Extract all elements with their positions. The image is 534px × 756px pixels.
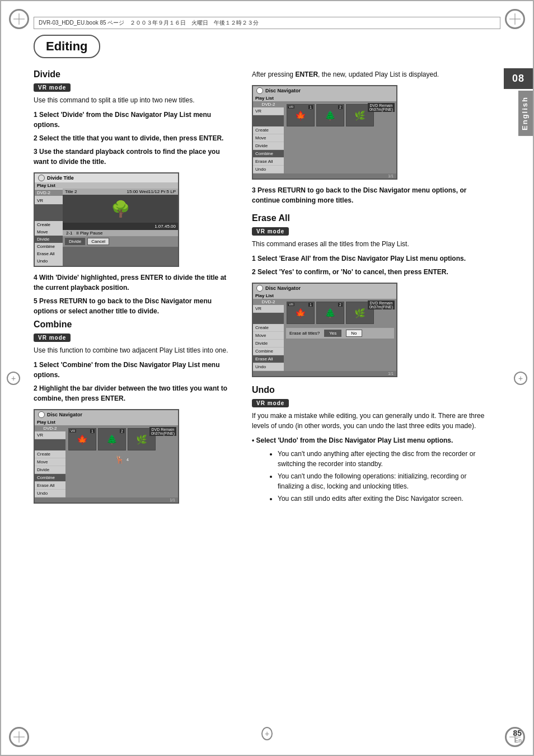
divide-playback-mode: 2-1 II Play Pause	[63, 230, 178, 236]
updated-vr-row: VR	[253, 107, 284, 115]
erase-no-btn[interactable]: No	[346, 330, 362, 337]
corner-tr	[505, 9, 525, 29]
divide-menu-undo: Undo	[35, 257, 63, 265]
updated-sidebar: DVD-2 VR Create Move Divide Combine Eras…	[253, 101, 284, 173]
erase-menu-erase: Erase All	[253, 355, 284, 363]
combine-bottom-thumb: 🦌 4	[67, 454, 176, 465]
divide-playlist-label: Play List	[35, 182, 178, 189]
erase-menu-divide: Divide	[253, 340, 284, 348]
erase-sidebar: DVD-2 VR Create Move Divide Combine	[253, 299, 284, 371]
left-mid-mark	[7, 372, 20, 385]
erase-main: 🍁 1 🌲 2 🌿 3	[284, 299, 396, 371]
editing-title-bar: Editing	[34, 35, 100, 58]
updated-menu-create: Create	[253, 126, 284, 134]
divide-screen-body: DVD-2 VR Create Move Divide Combine	[35, 189, 178, 266]
undo-bullet-heading: • Select 'Undo' from the Disc Navigator …	[252, 435, 494, 445]
combine-playlist-label: Play List	[35, 419, 178, 425]
erase-playlist-body: DVD-2 VR Create Move Divide Combine	[253, 299, 396, 371]
corner-bl	[9, 727, 29, 747]
combine-menu-erase: Erase All	[35, 482, 65, 490]
undo-heading: Undo	[252, 385, 494, 395]
erase-yes-btn[interactable]: Yes	[324, 330, 341, 337]
divide-section: Divide VR mode Use this command to split…	[34, 69, 235, 316]
bottom-center-mark	[261, 728, 273, 739]
updated-menu-erase: Erase All	[253, 158, 284, 166]
divide-playback-info: 1.07.45.00	[63, 223, 178, 230]
combine-step-2: 2 Highlight the bar divider between the …	[34, 383, 235, 403]
divide-step-2: 2 Select the title that you want to divi…	[34, 133, 235, 143]
updated-main: 🍁 1 🌲 2 🌿 3	[284, 101, 396, 173]
thumb-3-icon: 🌿	[136, 434, 147, 445]
corner-tl	[9, 9, 29, 29]
combine-vr-row: VR	[35, 431, 65, 439]
updated-thumb-1: 🍁 1	[287, 104, 315, 126]
divide-step-3: 3 Use the standard playback controls to …	[34, 147, 235, 167]
thumb-2: 🌲 2	[98, 428, 126, 450]
combine-screen-title: Disc Navigator	[47, 412, 82, 417]
divide-description: Use this command to split a title up int…	[34, 95, 235, 105]
undo-bullet-1: You can't undo anything after ejecting t…	[278, 449, 494, 469]
erase-menu-create: Create	[253, 324, 284, 332]
two-column-layout: Divide VR mode Use this command to split…	[34, 69, 494, 509]
combine-screen: Disc Navigator Play List DVD-2 VR	[34, 409, 179, 504]
updated-menu-move: Move	[253, 134, 284, 142]
erase-dialog: Erase all titles? Yes No	[286, 328, 394, 339]
updated-dvd-bar: DVD-2	[253, 101, 284, 107]
updated-dvd-remain: DVD Remain 0h37m(FINE)	[368, 103, 395, 112]
erase-all-step-2: 2 Select 'Yes' to confirm, or 'No' to ca…	[252, 267, 494, 277]
file-info-bar: DVR-03_HDD_EU.book 85 ページ ２００３年９月１６日 火曜日…	[34, 17, 500, 29]
divide-dvd-label: DVD-2	[35, 190, 63, 196]
divide-btn-row: Divide Cancel	[63, 236, 178, 247]
updated-menu-combine: Combine	[253, 150, 284, 158]
updated-thumb-left	[253, 115, 284, 126]
updated-playlist-screen: Disc Navigator Play List DVD-2 VR	[252, 85, 397, 180]
divide-menu-move: Move	[35, 228, 63, 236]
thumb-1-icon: 🍁	[77, 434, 88, 445]
divide-step-5: 5 Press RETURN to go back to the Disc Na…	[34, 296, 235, 316]
divide-vr-badge: VR mode	[34, 83, 71, 92]
erase-screen-title: Disc Navigator	[265, 285, 301, 291]
combine-main: 🍁 1 🌲 2 🌿 3	[65, 425, 178, 497]
combine-menu-move: Move	[35, 458, 65, 466]
divide-title-text: Title 2	[65, 189, 77, 194]
combine-page-indicator: 1/1	[35, 497, 178, 503]
divide-screen: Divide Title Play List DVD-2 VR	[34, 172, 179, 267]
thumb-2-icon: 🌲	[106, 434, 118, 445]
combine-sidebar: DVD-2 VR Create Move Divide Combine	[35, 425, 65, 497]
divide-menu-combine: Combine	[35, 243, 63, 250]
erase-disc-icon	[256, 285, 263, 292]
combine-screen-header: Disc Navigator	[35, 410, 178, 419]
divide-heading: Divide	[34, 69, 235, 79]
combine-thumb-left	[35, 439, 65, 450]
divide-main-area: Title 2 15:00 Wed11/12 Pr:5 LP 🌳 1.07.45…	[63, 189, 178, 266]
erase-all-vr-badge: VR mode	[252, 227, 289, 236]
erase-thumb-1: 🍁 1	[287, 302, 315, 324]
updated-screen-title: Disc Navigator	[265, 88, 301, 93]
updated-page-indicator: 1/1	[253, 173, 396, 179]
updated-thumb-2: 🌲 2	[316, 104, 344, 126]
divide-step-4: 4 With 'Divide' highlighted, press ENTER…	[34, 273, 235, 293]
erase-all-heading: Erase All	[252, 213, 494, 223]
divide-vr-label: VR	[35, 197, 63, 204]
divide-btn[interactable]: Divide	[65, 238, 85, 245]
undo-bullet-2: You can't undo the following operations:…	[278, 471, 494, 491]
thumb-1: 🍁 1	[68, 428, 96, 450]
chapter-tab: 08	[504, 68, 533, 89]
cancel-btn[interactable]: Cancel	[87, 238, 109, 245]
combine-vr-badge: VR mode	[34, 334, 71, 342]
divide-thumb-area	[35, 204, 63, 221]
combine-description: Use this function to combine two adjacen…	[34, 345, 235, 355]
divide-sidebar: DVD-2 VR Create Move Divide Combine	[35, 189, 63, 266]
combine-menu-combine: Combine	[35, 474, 65, 482]
updated-thumbs: 🍁 1 🌲 2 🌿 3	[284, 101, 396, 128]
main-content: Editing Divide VR mode Use this command …	[34, 35, 494, 721]
combine-menu-create: Create	[35, 450, 65, 458]
combine-dvd-remain: DVD Remain 0h37m(FINE)	[149, 427, 176, 436]
updated-screen-header: Disc Navigator	[253, 86, 396, 95]
updated-disc-icon	[256, 87, 263, 94]
erase-page-indicator: 1/1	[253, 371, 396, 376]
erase-all-step-1: 1 Select 'Erase All' from the Disc Navig…	[252, 253, 494, 264]
divide-menu-erase-all: Erase All	[35, 250, 63, 257]
divide-step-1: 1 Select 'Divide' from the Disc Navigato…	[34, 110, 235, 130]
updated-menu-divide: Divide	[253, 142, 284, 150]
